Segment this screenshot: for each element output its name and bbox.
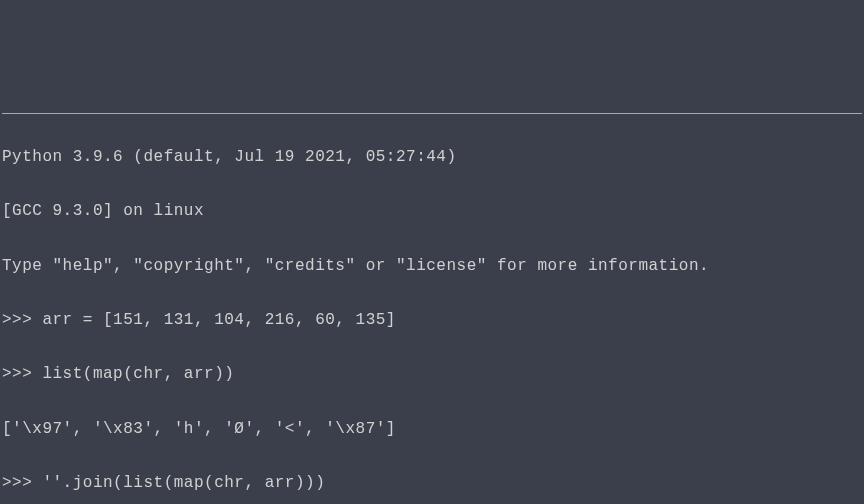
terminal-line: >>> ''.join(list(map(chr, arr))) xyxy=(2,470,862,497)
terminal-line: >>> arr = [151, 131, 104, 216, 60, 135] xyxy=(2,307,862,334)
terminal-output: Python 3.9.6 (default, Jul 19 2021, 05:2… xyxy=(2,113,862,504)
terminal-line: Python 3.9.6 (default, Jul 19 2021, 05:2… xyxy=(2,144,862,171)
terminal-line: >>> list(map(chr, arr)) xyxy=(2,361,862,388)
terminal-line: [GCC 9.3.0] on linux xyxy=(2,198,862,225)
terminal-line: ['\x97', '\x83', 'h', 'Ø', '<', '\x87'] xyxy=(2,416,862,443)
terminal-line: Type "help", "copyright", "credits" or "… xyxy=(2,253,862,280)
